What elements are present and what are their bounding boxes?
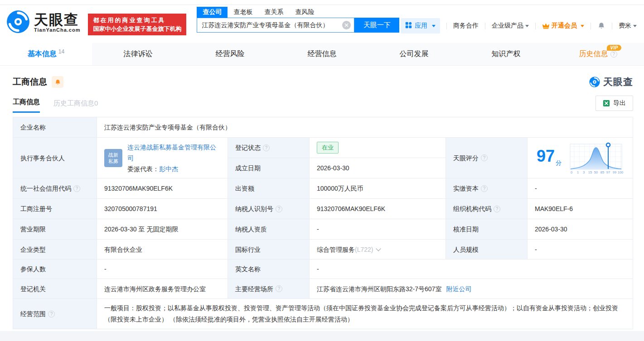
tab-legal-proceedings[interactable]: 法律诉讼 bbox=[92, 43, 184, 65]
label-text: 天眼评分 bbox=[453, 153, 479, 163]
avatar-text: 私募 bbox=[108, 158, 118, 164]
vip-badge: VIP bbox=[607, 45, 621, 51]
tab-operating-risk[interactable]: 经营风险 bbox=[184, 43, 276, 65]
export-button[interactable]: 导出 bbox=[596, 96, 633, 111]
search-tab-risk[interactable]: 查风险 bbox=[289, 7, 320, 18]
field-value-reg-number: 320705000787191 bbox=[97, 199, 228, 219]
tab-operating-info[interactable]: 经营信息 bbox=[276, 43, 368, 65]
label-text: 登记状态 bbox=[235, 143, 261, 153]
field-label-company-name: 企业名称 bbox=[13, 117, 97, 138]
menu-divider bbox=[446, 23, 447, 29]
search-tab-company[interactable]: 查公司 bbox=[197, 7, 228, 18]
business-info-card: 工商信息 天眼查 工商信息 历史工商信息0 导出 bbox=[0, 66, 644, 331]
tab-company-development[interactable]: 公司发展 bbox=[368, 43, 460, 65]
top-menu: 应用 商务合作 企业级产品 开通会员 费米 bbox=[401, 18, 637, 34]
industry-name: 综合管理服务 bbox=[317, 245, 355, 255]
field-value-approval-date: 2026-03-30 bbox=[528, 219, 633, 240]
field-value-paid-capital: - bbox=[528, 178, 633, 199]
watermark-text: 天眼查 bbox=[603, 76, 633, 88]
field-value-english-name: - bbox=[310, 259, 633, 279]
field-value-taxpayer-id: 91320706MAK90ELF6K bbox=[310, 199, 446, 219]
field-value-industry: 综合管理服务 (L722) bbox=[310, 240, 446, 259]
subtab-history-business-info[interactable]: 历史工商信息0 bbox=[53, 99, 98, 113]
question-icon[interactable]: ? bbox=[73, 185, 80, 192]
promo-line1: 都在用的商业查询工具 bbox=[93, 16, 181, 24]
rep-name-link[interactable]: 彭中杰 bbox=[159, 165, 178, 173]
svg-text:99: 99 bbox=[613, 170, 616, 174]
tab-count: 14 bbox=[58, 48, 64, 55]
field-value-business-scope: 一般项目：股权投资；以私募基金从事股权投资、投资管理、资产管理等活动（须在中国证… bbox=[97, 299, 633, 329]
top-hairline bbox=[0, 5, 644, 5]
tab-basic-info[interactable]: 基本信息 14 bbox=[0, 43, 92, 65]
section-title: 工商信息 bbox=[13, 76, 47, 88]
search-tab-boss[interactable]: 查老板 bbox=[228, 7, 258, 18]
user-account-menu[interactable]: 费米 bbox=[619, 22, 637, 30]
nearby-companies-link[interactable]: 附近公司 bbox=[446, 284, 471, 294]
svg-text:1: 1 bbox=[577, 170, 579, 174]
industry-code: (L722) bbox=[355, 245, 373, 255]
search-input[interactable] bbox=[197, 18, 354, 33]
tab-label: 知识产权 bbox=[492, 49, 521, 59]
svg-text:100: 100 bbox=[618, 170, 624, 174]
promo-line2: 国家中小企业发展子基金旗下机构 bbox=[93, 24, 181, 33]
menu-divider bbox=[612, 23, 612, 29]
field-label-approval-date: 核准日期 bbox=[446, 219, 528, 240]
label-text: 主要经营场所 bbox=[235, 284, 273, 294]
menu-divider bbox=[535, 23, 536, 29]
field-value-insured-count: - bbox=[97, 259, 228, 279]
field-value-org-code: MAK90ELF-6 bbox=[528, 199, 633, 219]
apps-menu[interactable]: 应用 bbox=[401, 18, 440, 34]
field-value-business-address: 江苏省连云港市海州区朝阳东路32-7号607室 附近公司 bbox=[310, 279, 633, 299]
chevron-down-icon[interactable] bbox=[376, 246, 381, 251]
question-icon[interactable]: ? bbox=[263, 144, 270, 151]
question-icon[interactable]: ? bbox=[276, 206, 282, 212]
search-button[interactable]: 天眼一下 bbox=[354, 18, 399, 33]
question-icon[interactable]: ? bbox=[276, 285, 282, 292]
menu-enterprise-products[interactable]: 企业级产品 bbox=[492, 22, 529, 30]
svg-text:50: 50 bbox=[594, 170, 598, 174]
company-section-tabs: 基本信息 14 法律诉讼 经营风险 经营信息 公司发展 知识产权 VIP 历史信… bbox=[0, 43, 644, 66]
field-value-reg-status: 在业 bbox=[310, 138, 446, 158]
caret-down-icon bbox=[633, 25, 637, 27]
subscribe-bell-icon[interactable] bbox=[52, 76, 63, 88]
tianyancha-logo[interactable]: 天眼查 TianYanCha.com bbox=[6, 10, 80, 35]
tab-label: 历史信息 bbox=[579, 49, 608, 59]
field-label-tyc-score: 天眼评分 ? bbox=[446, 138, 528, 178]
menu-divider bbox=[591, 23, 591, 29]
tab-intellectual-property[interactable]: 知识产权 bbox=[460, 43, 552, 65]
logo-swirl-icon bbox=[589, 77, 600, 87]
menu-cooperation[interactable]: 商务合作 bbox=[453, 22, 479, 30]
question-icon[interactable]: ? bbox=[481, 185, 488, 192]
svg-text:15: 15 bbox=[588, 170, 592, 174]
score-distribution-chart: 0 1 3 15 50 85 97 99 100 bbox=[569, 141, 624, 175]
question-icon[interactable]: ? bbox=[481, 154, 488, 161]
logo-title: 天眼查 bbox=[34, 13, 80, 27]
svg-text:85: 85 bbox=[600, 170, 604, 174]
registration-info-table: 企业名称 江苏连云港安防产业专项母基金（有限合伙） 执行事务合伙人 战新 私募 … bbox=[13, 117, 633, 329]
svg-text:0: 0 bbox=[571, 170, 572, 174]
address-text: 江苏省连云港市海州区朝阳东路32-7号607室 bbox=[317, 284, 441, 294]
field-value-reg-authority: 连云港市海州区政务服务管理办公室 bbox=[97, 279, 228, 299]
field-label-staff-size: 人员规模 bbox=[446, 240, 528, 259]
field-value-company-type: 有限合伙企业 bbox=[97, 240, 228, 259]
question-icon[interactable]: ? bbox=[610, 51, 617, 58]
tab-history-info[interactable]: VIP 历史信息 ? bbox=[552, 43, 644, 65]
enterprise-label: 企业级产品 bbox=[492, 22, 523, 30]
crown-icon bbox=[542, 23, 550, 29]
open-vip-link[interactable]: 开通会员 bbox=[542, 22, 584, 30]
status-badge: 在业 bbox=[317, 142, 339, 154]
search-area: 查公司 查老板 查关系 查风险 天眼一下 bbox=[197, 7, 399, 33]
question-icon[interactable]: ? bbox=[494, 206, 500, 212]
notification-bell-icon[interactable] bbox=[597, 22, 605, 30]
partner-avatar[interactable]: 战新 私募 bbox=[104, 149, 122, 167]
subtab-business-info[interactable]: 工商信息 bbox=[13, 98, 40, 113]
tab-label: 基本信息 bbox=[28, 49, 57, 59]
search-tab-relation[interactable]: 查关系 bbox=[258, 7, 289, 18]
question-icon[interactable]: ? bbox=[48, 311, 55, 317]
label-text: 统一社会信用代码 bbox=[20, 183, 71, 193]
label-text: 经营范围 bbox=[20, 309, 46, 319]
label-text: 组织机构代码 bbox=[453, 204, 491, 214]
partner-company-link[interactable]: 连云港战新私募基金管理有限公司 bbox=[127, 144, 216, 162]
field-label-reg-number: 工商注册号 bbox=[13, 199, 97, 219]
avatar-text: 战新 bbox=[108, 152, 118, 158]
